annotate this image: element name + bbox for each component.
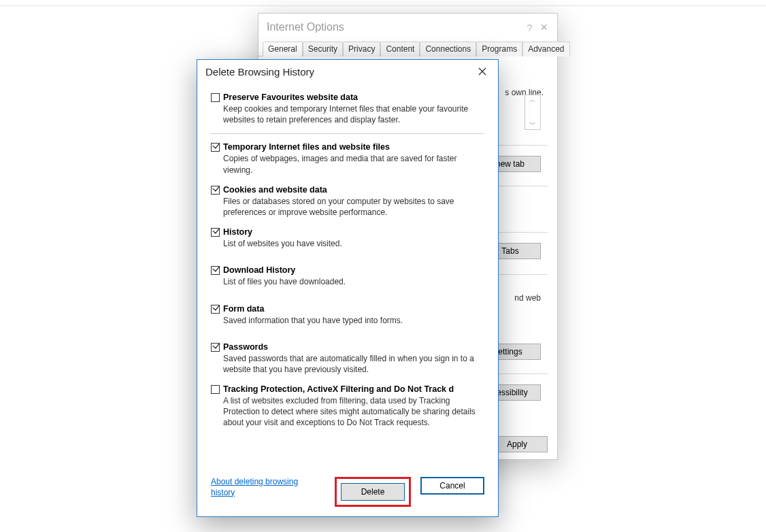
checkbox-formdata[interactable] [211, 305, 220, 314]
option-desc: Copies of webpages, images and media tha… [223, 152, 484, 175]
option-desc: List of files you have downloaded. [223, 275, 484, 287]
option-label: History [223, 227, 484, 237]
about-deleting-link[interactable]: About deleting browsing history [211, 477, 313, 498]
option-desc: A list of websites excluded from filteri… [223, 394, 484, 429]
checkbox-tracking[interactable] [211, 385, 220, 394]
option-desc: Keep cookies and temporary Internet file… [223, 102, 484, 125]
divider [211, 133, 484, 134]
option-label: Form data [223, 304, 484, 314]
tab-content[interactable]: Content [380, 41, 420, 56]
tab-programs[interactable]: Programs [476, 41, 522, 56]
option-label: Temporary Internet files and website fil… [223, 142, 484, 152]
internet-options-title: Internet Options [267, 21, 518, 33]
chevron-up-icon[interactable]: ︿ [529, 95, 536, 105]
close-icon[interactable] [472, 63, 493, 80]
option-tracking: Tracking Protection, ActiveX Filtering a… [211, 379, 484, 433]
delete-button[interactable]: Delete [341, 483, 405, 501]
delete-browsing-history-dialog: Delete Browsing History Preserve Favouri… [197, 59, 499, 517]
dialog-title: Delete Browsing History [205, 66, 472, 78]
checkbox-passwords[interactable] [211, 343, 220, 352]
option-label: Tracking Protection, ActiveX Filtering a… [223, 384, 484, 394]
delete-highlight: Delete [335, 477, 411, 507]
close-icon[interactable]: × [540, 20, 548, 35]
cancel-button[interactable]: Cancel [420, 477, 484, 495]
checkbox-history[interactable] [211, 228, 220, 237]
dialog-footer: About deleting browsing history Delete C… [197, 477, 498, 507]
option-desc: List of websites you have visited. [223, 237, 484, 249]
checkbox-tempfiles[interactable] [211, 143, 220, 152]
option-label: Cookies and website data [223, 185, 484, 195]
checkbox-cookies[interactable] [211, 186, 220, 195]
option-label: Passwords [223, 342, 484, 352]
help-icon[interactable]: ? [527, 22, 532, 33]
internet-options-tabs: General Security Privacy Content Connect… [259, 41, 557, 56]
tab-connections[interactable]: Connections [420, 41, 476, 56]
option-passwords: Passwords Saved passwords that are autom… [211, 337, 484, 379]
option-download: Download History List of files you have … [211, 260, 484, 291]
option-history: History List of websites you have visite… [211, 222, 484, 253]
tab-security[interactable]: Security [303, 41, 343, 56]
option-desc: Saved information that you have typed in… [223, 314, 484, 326]
tab-general[interactable]: General [263, 41, 303, 56]
option-tempfiles: Temporary Internet files and website fil… [211, 137, 484, 179]
tab-privacy[interactable]: Privacy [343, 41, 380, 56]
option-desc: Saved passwords that are automatically f… [223, 352, 484, 375]
option-desc: Files or databases stored on your comput… [223, 195, 484, 218]
option-cookies: Cookies and website data Files or databa… [211, 180, 484, 222]
bg-text-fragment: nd web [514, 293, 541, 303]
option-label: Download History [223, 265, 484, 275]
checkbox-download[interactable] [211, 266, 220, 275]
tab-advanced[interactable]: Advanced [522, 41, 569, 56]
chevron-down-icon[interactable]: ﹀ [529, 120, 536, 129]
homepage-scroll[interactable]: ︿ ﹀ [524, 95, 541, 130]
option-formdata: Form data Saved information that you hav… [211, 299, 484, 330]
page-divider [0, 5, 766, 6]
dialog-body: Preserve Favourites website data Keep co… [197, 83, 498, 442]
dialog-titlebar: Delete Browsing History [197, 60, 498, 83]
internet-options-titlebar: Internet Options ? × [259, 14, 557, 41]
option-preserve: Preserve Favourites website data Keep co… [211, 90, 484, 129]
checkbox-preserve[interactable] [211, 93, 220, 102]
option-label: Preserve Favourites website data [223, 93, 484, 102]
